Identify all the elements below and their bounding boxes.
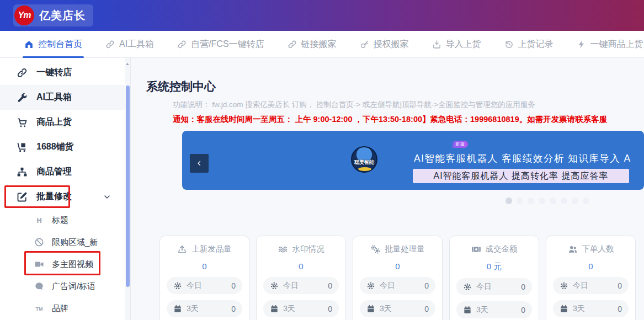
carousel-dot-7[interactable] — [583, 198, 589, 204]
cart-icon — [17, 117, 28, 128]
calendar-icon — [560, 305, 568, 313]
stat-card-transaction-amount: 成交金额 0 元 今日 0 3天 0 — [449, 236, 539, 320]
card-title: 下单人数 — [553, 244, 629, 254]
carousel-dot-5[interactable] — [561, 198, 567, 204]
stat-row-value: 0 — [424, 281, 429, 290]
sidebar-scrollbar-thumb[interactable] — [126, 86, 130, 287]
card-title: 上新发品量 — [167, 244, 242, 254]
carousel-dot-1[interactable] — [517, 198, 523, 204]
gear-icon — [463, 282, 472, 291]
app-window: Ym 亿美店长 控制台首页 AI工具箱 自营/FCS一键转店 链接搬家 授权搬家… — [0, 0, 644, 320]
link-icon — [105, 40, 115, 49]
card-title: 批量处理量 — [360, 244, 435, 254]
nav-tab-label: 自营/FCS一键转店 — [191, 39, 264, 50]
nav-tab-label: 一键商品上货 — [590, 39, 643, 50]
stat-row-label: 3天 — [380, 304, 392, 314]
video-icon — [34, 259, 44, 269]
stat-row-value: 0 — [521, 306, 525, 314]
sidebar-item-product-upload[interactable]: 商品上货 — [0, 110, 130, 135]
brand-name: 亿美店长 — [39, 8, 86, 23]
promo-banner[interactable]: 聪美智能 AI智能客服机器人 客服绩效分析 知识库导入 A 新版 AI智能客服机… — [182, 131, 644, 190]
sidebar-subitem-label: 广告词/标语 — [52, 281, 95, 292]
brand-monogram-icon: Ym — [14, 6, 34, 25]
card-title-label: 批量处理量 — [385, 244, 425, 254]
nav-tab-import-upload[interactable]: 导入上货 — [432, 31, 481, 57]
sidebar: 一键转店 AI工具箱 商品上货 1688铺货 商品管理 批量修改 标题 限购区域… — [0, 58, 131, 320]
sidebar-item-label: 批量修改 — [36, 191, 72, 202]
nav-tab-fcs-transfer[interactable]: 自营/FCS一键转店 — [177, 31, 264, 57]
sidebar-subitem-brand[interactable]: 品牌 — [0, 297, 130, 319]
carousel-prev-button[interactable] — [190, 154, 209, 173]
stat-row-label: 今日 — [476, 282, 492, 292]
import-icon — [432, 40, 441, 49]
money-icon — [471, 244, 481, 254]
sidebar-subitem-restricted-area-new[interactable]: 限购区域_新 — [0, 231, 130, 253]
dolly-icon — [17, 142, 28, 153]
card-rows: 今日 0 3天 0 — [167, 277, 242, 317]
stat-row: 3天 0 — [553, 300, 629, 317]
stat-row-label: 3天 — [187, 304, 199, 314]
nav-tab-ai-toolbox[interactable]: AI工具箱 — [105, 31, 154, 57]
carousel-dot-0[interactable] — [505, 198, 512, 204]
stat-row-label: 今日 — [573, 281, 588, 291]
new-version-badge: 新版 — [453, 141, 468, 148]
stat-row: 今日 0 — [263, 277, 339, 294]
carousel-dot-2[interactable] — [528, 198, 534, 204]
message-icon — [34, 281, 44, 291]
history-icon — [504, 40, 514, 49]
ban-icon — [34, 237, 44, 247]
stat-row: 3天 0 — [360, 300, 435, 317]
calendar-icon — [173, 305, 182, 313]
stat-row: 今日 0 — [553, 277, 629, 294]
stat-card-new-products: 上新发品量 0 今日 0 3天 0 — [159, 236, 249, 320]
chevron-down-icon — [103, 193, 111, 201]
stat-row-value: 0 — [231, 281, 236, 290]
wrench-icon — [17, 92, 28, 103]
calendar-icon — [463, 306, 472, 314]
nav-tab-link-move[interactable]: 链接搬家 — [288, 31, 337, 57]
stat-row: 3天 0 — [456, 301, 532, 318]
card-value: 0 — [553, 262, 629, 271]
sidebar-subitem-title[interactable]: 标题 — [0, 209, 130, 231]
calendar-icon — [270, 305, 279, 313]
nav-tab-console-home[interactable]: 控制台首页 — [24, 31, 82, 57]
stat-row: 今日 0 — [456, 278, 532, 295]
calendar-icon — [366, 305, 375, 313]
carousel-dot-3[interactable] — [539, 198, 545, 204]
link-icon — [17, 67, 28, 78]
brand-logo[interactable]: Ym 亿美店长 — [13, 4, 93, 26]
sidebar-item-ai-toolbox[interactable]: AI工具箱 — [0, 85, 130, 110]
sidebar-item-product-management[interactable]: 商品管理 — [0, 159, 130, 184]
card-value: 0 — [263, 262, 339, 271]
stat-row-label: 3天 — [283, 304, 295, 314]
link-icon — [288, 40, 297, 49]
nav-tab-upload-records[interactable]: 上货记录 — [504, 31, 553, 57]
banner-headline: AI智能客服机器人 客服绩效分析 知识库导入 A — [414, 152, 631, 165]
sitemap-icon — [17, 167, 28, 178]
sidebar-item-1688-distribution[interactable]: 1688铺货 — [0, 135, 130, 159]
sidebar-item-label: AI工具箱 — [36, 92, 72, 103]
carousel-dot-4[interactable] — [550, 198, 556, 204]
sidebar-item-one-click-transfer[interactable]: 一键转店 — [0, 60, 130, 85]
page-title: 系统控制中心 — [146, 79, 216, 94]
gear-icon — [366, 281, 375, 290]
card-rows: 今日 0 3天 0 — [456, 278, 532, 318]
scrollbar-up-arrow-icon[interactable] — [125, 59, 130, 65]
stat-row: 今日 0 — [360, 277, 435, 294]
sidebar-subitem-ad-words-slogan[interactable]: 广告词/标语 — [0, 275, 130, 297]
nav-tab-auth-move[interactable]: 授权搬家 — [360, 31, 409, 57]
key-icon — [360, 40, 369, 49]
sidebar-subitem-label: 品牌 — [52, 303, 68, 314]
stat-row: 今日 0 — [167, 277, 242, 294]
sidebar-item-batch-modify[interactable]: 批量修改 — [0, 184, 130, 209]
sidebar-subitem-label: 多主图视频 — [52, 259, 93, 270]
banner-subline: AI智能客服机器人 提高转化率 提高应答率 — [413, 169, 629, 183]
gear-icon — [560, 281, 568, 290]
carousel-dot-6[interactable] — [572, 198, 578, 204]
card-title-label: 成交金额 — [486, 244, 518, 254]
nav-tab-one-click-upload[interactable]: 一键商品上货 — [577, 31, 643, 57]
notice-text: 通知：客服在线时间周一至周五： 上午 9:00-12:00 ，下午13:50-1… — [173, 114, 607, 125]
sidebar-subitem-multi-main-image-video[interactable]: 多主图视频 — [0, 253, 130, 275]
stat-row-value: 0 — [328, 305, 332, 313]
nav-tab-label: 授权搬家 — [374, 39, 409, 50]
